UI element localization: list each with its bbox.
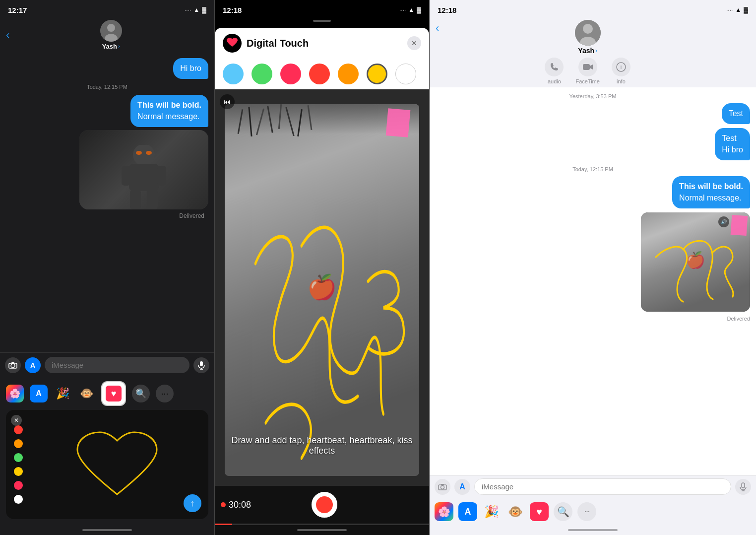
dt-timer: 30:08 bbox=[221, 500, 251, 510]
camera-btn-p3[interactable] bbox=[435, 479, 450, 495]
search-app-p1[interactable]: 🔍 bbox=[132, 385, 150, 402]
contact-photo-p1[interactable]: 🐵 bbox=[77, 385, 95, 402]
dt-clr-blue[interactable] bbox=[223, 64, 244, 84]
drag-handle bbox=[215, 18, 429, 24]
audio-btn-p1[interactable] bbox=[193, 357, 209, 373]
dt-timer-text: 30:08 bbox=[229, 500, 251, 510]
imessage-input-p1[interactable] bbox=[45, 357, 189, 373]
dt-clr-orange[interactable] bbox=[338, 64, 359, 84]
more-apps-p3[interactable]: ··· bbox=[577, 502, 596, 521]
dt-main-canvas[interactable]: 🍎 bbox=[215, 89, 429, 486]
facetime-icon-p3 bbox=[578, 58, 597, 76]
signal-icon-p3: ···· bbox=[726, 6, 733, 13]
messages-p3: Yesterday, 3:53 PM Test TestHi bro Today… bbox=[430, 87, 756, 475]
panel-messages-light: 12:18 ···· ▲ ▓ ‹ Yash › bbox=[430, 0, 756, 535]
audio-icon-p3 bbox=[545, 58, 564, 76]
contact-chevron-p1: › bbox=[118, 43, 120, 49]
dt-clr-pink[interactable] bbox=[280, 64, 301, 84]
wifi-icon-p3: ▲ bbox=[735, 6, 741, 13]
dt-color-green[interactable] bbox=[14, 453, 23, 462]
home-bar-p2 bbox=[297, 529, 347, 531]
status-bar-p3: 12:18 ···· ▲ ▓ bbox=[430, 0, 756, 18]
bubble-testhibro: TestHi bro bbox=[715, 128, 750, 160]
audio-btn-p3[interactable] bbox=[735, 479, 751, 495]
svg-text:i: i bbox=[621, 64, 622, 70]
dt-colors-col bbox=[14, 425, 23, 504]
dt-color-white[interactable] bbox=[14, 495, 23, 504]
back-btn-p3[interactable]: ‹ bbox=[436, 20, 439, 35]
wifi-icon: ▲ bbox=[193, 6, 199, 13]
dt-caption: Draw and add tap, heartbeat, heartbreak,… bbox=[215, 435, 429, 456]
svg-rect-25 bbox=[441, 484, 444, 485]
svg-rect-20 bbox=[583, 64, 590, 70]
contact-info-p1[interactable]: Yash › bbox=[13, 20, 208, 50]
bubble-test: Test bbox=[722, 103, 750, 124]
photos-app-p3[interactable]: 🌸 bbox=[435, 502, 453, 521]
dt-title: Digital Touch bbox=[247, 38, 309, 49]
dt-color-red[interactable] bbox=[14, 425, 23, 434]
dt-mini-close[interactable]: ✕ bbox=[11, 415, 22, 426]
imessage-input-p3[interactable] bbox=[474, 478, 731, 495]
dt-bottom-bar: 30:08 bbox=[215, 486, 429, 524]
status-bar-panel1: 12:17 ···· ▲ ▓ bbox=[0, 0, 214, 18]
contact-name-p1: Yash bbox=[102, 43, 117, 50]
signal-icon-p2: ···· bbox=[399, 6, 406, 13]
digital-touch-app-p3[interactable]: ♥ bbox=[530, 502, 549, 521]
more-apps-p1[interactable]: ··· bbox=[156, 385, 174, 402]
dt-color-pink[interactable] bbox=[14, 481, 23, 490]
contact-photo-p3[interactable]: 🐵 bbox=[506, 502, 525, 521]
dt-record-btn[interactable] bbox=[312, 492, 337, 518]
appstore-btn-p1[interactable]: A bbox=[25, 357, 41, 373]
delivered-p3: Delivered bbox=[436, 316, 750, 322]
dt-clr-white[interactable] bbox=[395, 64, 416, 84]
dt-close-btn[interactable]: ✕ bbox=[407, 36, 421, 50]
appstore-btn-p3[interactable]: A bbox=[454, 479, 470, 495]
dt-clr-yellow[interactable] bbox=[367, 64, 387, 84]
dt-progress-bar bbox=[215, 524, 429, 525]
digital-touch-selected-p1[interactable]: ♥ bbox=[101, 381, 126, 406]
contact-name-p3: Yash bbox=[578, 47, 594, 55]
app-row-p1: 🌸 A 🎉 🐵 ♥ 🔍 ··· bbox=[0, 377, 214, 410]
status-bar-p2: 12:18 ···· ▲ ▓ bbox=[215, 0, 429, 18]
info-icon-p3: i bbox=[612, 58, 630, 76]
svg-rect-26 bbox=[742, 483, 745, 488]
msg-status-p1: Delivered bbox=[6, 212, 204, 219]
sticker-app-p1[interactable]: 🎉 bbox=[54, 385, 71, 402]
search-app-p3[interactable]: 🔍 bbox=[554, 502, 572, 521]
svg-point-18 bbox=[583, 24, 593, 34]
action-audio[interactable]: audio bbox=[545, 58, 564, 84]
action-facetime[interactable]: FaceTime bbox=[575, 58, 600, 84]
dt-color-row bbox=[215, 59, 429, 89]
svg-rect-4 bbox=[129, 164, 159, 191]
nav-bar-p1: ‹ Yash › bbox=[0, 18, 214, 54]
battery-icon-p2: ▓ bbox=[417, 6, 421, 13]
msg-time-today-p3: Today, 12:15 PM bbox=[436, 166, 750, 172]
dt-clr-red[interactable] bbox=[309, 64, 330, 84]
msg-time-yesterday: Yesterday, 3:53 PM bbox=[436, 93, 750, 99]
photos-app-p1[interactable]: 🌸 bbox=[6, 385, 24, 402]
dt-color-orange[interactable] bbox=[14, 439, 23, 448]
dt-logo bbox=[223, 34, 242, 53]
svg-rect-14 bbox=[200, 361, 203, 366]
action-info[interactable]: i info bbox=[612, 58, 630, 84]
audio-label: audio bbox=[548, 78, 561, 84]
dt-header: Digital Touch ✕ bbox=[215, 28, 429, 59]
home-indicator-p1 bbox=[0, 525, 214, 535]
dt-canvas-mini[interactable] bbox=[32, 416, 202, 513]
dt-color-yellow[interactable] bbox=[14, 467, 23, 476]
back-button-p1[interactable]: ‹ bbox=[6, 29, 9, 42]
battery-icon: ▓ bbox=[202, 6, 206, 13]
dt-clr-green[interactable] bbox=[252, 64, 272, 84]
appstore-app-p1[interactable]: A bbox=[30, 385, 48, 402]
svg-rect-7 bbox=[130, 190, 141, 209]
dt-record-inner bbox=[316, 496, 333, 513]
dt-send-btn[interactable]: ↑ bbox=[184, 494, 201, 512]
dt-back-arrow[interactable]: ⏮ bbox=[220, 94, 235, 109]
panel-messages-dark: 12:17 ···· ▲ ▓ ‹ Yash › Hi bro bbox=[0, 0, 214, 535]
camera-btn-p1[interactable] bbox=[5, 357, 21, 373]
digital-touch-mini: ✕ ↑ bbox=[6, 410, 208, 519]
sticker-app-p3[interactable]: 🎉 bbox=[482, 502, 501, 521]
svg-rect-13 bbox=[11, 362, 14, 364]
home-bar-p1 bbox=[82, 529, 132, 531]
appstore-app-p3[interactable]: A bbox=[458, 502, 477, 521]
